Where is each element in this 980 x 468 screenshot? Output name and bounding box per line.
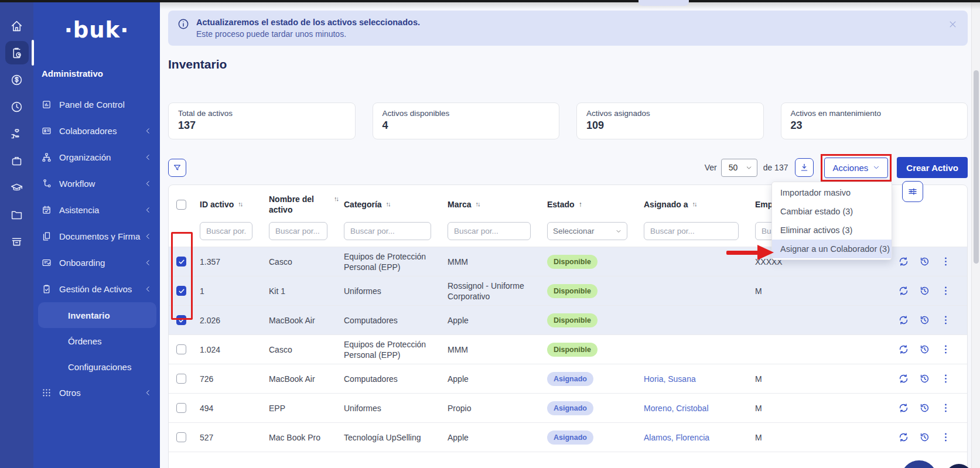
kebab-icon[interactable] xyxy=(940,402,951,414)
rail-item-folder[interactable] xyxy=(5,203,29,226)
assigned-person-link[interactable]: Alamos, Florencia xyxy=(644,433,709,442)
sort-icon[interactable]: ↑↓ xyxy=(475,200,479,209)
acciones-button[interactable]: Acciones xyxy=(824,158,888,178)
assigned-person-link[interactable]: Moreno, Cristobal xyxy=(644,404,709,413)
sort-icon[interactable]: ↑↓ xyxy=(692,200,696,209)
cell-company: M xyxy=(755,286,831,296)
crear-activo-button[interactable]: Crear Activo xyxy=(897,157,968,178)
history-icon[interactable] xyxy=(919,256,930,267)
filter-input-id-activo[interactable] xyxy=(200,222,252,240)
column-header-estado[interactable]: Estado ↑ xyxy=(547,200,644,210)
download-button[interactable] xyxy=(795,158,814,177)
page-size-value: 50 xyxy=(729,163,738,172)
sort-icon[interactable]: ↑↓ xyxy=(238,200,242,209)
sidebar-item-colaboradores[interactable]: Colaboradores xyxy=(33,118,160,144)
column-header-nombre-del-activo[interactable]: Nombre del activo ↑↓ xyxy=(269,194,344,215)
row-actions xyxy=(831,285,967,296)
sync-icon[interactable] xyxy=(898,432,909,443)
cell-name: MacBook Air xyxy=(269,315,344,326)
column-settings-button[interactable] xyxy=(902,181,923,202)
row-checkbox[interactable] xyxy=(176,432,186,442)
sort-icon[interactable]: ↑ xyxy=(579,200,582,209)
sidebar-subitem-configuraciones[interactable]: Configuraciones xyxy=(38,354,156,380)
rail-item-home[interactable] xyxy=(5,14,29,37)
sync-icon[interactable] xyxy=(898,315,909,326)
menu-item-0[interactable]: Importador masivo xyxy=(772,183,892,202)
sync-icon[interactable] xyxy=(898,402,909,414)
kebab-icon[interactable] xyxy=(940,373,951,384)
rail-item-clock[interactable] xyxy=(5,95,29,118)
sidebar-subitem--rdenes[interactable]: Órdenes xyxy=(38,328,156,354)
column-header-categor-a[interactable]: Categoría ↑↓ xyxy=(344,200,448,210)
history-icon[interactable] xyxy=(919,432,930,443)
row-checkbox[interactable] xyxy=(176,286,186,296)
sort-icon[interactable]: ↑↓ xyxy=(334,194,338,203)
kebab-icon[interactable] xyxy=(940,344,951,355)
column-header-id-activo[interactable]: ID activo ↑↓ xyxy=(200,200,269,210)
history-icon[interactable] xyxy=(919,373,930,384)
kebab-icon[interactable] xyxy=(940,315,951,326)
cell-category: Equipos de Protección Personal (EPP) xyxy=(344,251,448,272)
header-checkbox-cell xyxy=(176,200,200,210)
rail-item-dollar-circle[interactable] xyxy=(5,68,29,91)
sync-icon[interactable] xyxy=(898,373,909,384)
estado-filter-select[interactable]: Seleccionar xyxy=(547,222,627,240)
banner-title: Actualizaremos el estado de los activos … xyxy=(196,17,420,29)
sidebar-item-panel-de-control[interactable]: Panel de Control xyxy=(33,91,160,118)
stat-label: Activos disponibles xyxy=(383,109,550,118)
row-checkbox[interactable] xyxy=(176,374,186,384)
row-checkbox[interactable] xyxy=(176,315,186,325)
filter-button[interactable] xyxy=(168,159,186,177)
select-all-checkbox[interactable] xyxy=(176,200,186,210)
assigned-person-link[interactable]: Horia, Susana xyxy=(644,374,696,384)
filter-cell-3 xyxy=(448,222,547,240)
kebab-icon[interactable] xyxy=(940,432,951,443)
sidebar-item-asistencia[interactable]: Asistencia xyxy=(33,197,160,223)
row-checkbox[interactable] xyxy=(176,344,186,354)
sync-icon[interactable] xyxy=(898,344,909,355)
sidebar-item-workflow[interactable]: Workflow xyxy=(33,170,160,197)
stat-value: 23 xyxy=(791,119,958,132)
sidebar-subitem-inventario[interactable]: Inventario xyxy=(38,302,156,328)
sort-icon[interactable]: ↑↓ xyxy=(386,200,390,209)
menu-item-2[interactable]: Eliminar activos (3) xyxy=(772,221,892,240)
cell-status: Asignado xyxy=(547,401,644,415)
hand-heart-icon xyxy=(11,128,23,140)
acciones-dropdown-menu: Importador masivoCambiar estado (3)Elimi… xyxy=(771,182,892,260)
row-checkbox[interactable] xyxy=(176,403,186,413)
rail-item-archive[interactable] xyxy=(5,230,29,253)
folder-icon xyxy=(11,209,23,221)
history-icon[interactable] xyxy=(919,285,930,296)
menu-item-3[interactable]: Asignar a un Colaborador (3) xyxy=(772,240,892,258)
sync-icon[interactable] xyxy=(898,256,909,267)
history-icon[interactable] xyxy=(919,315,930,326)
row-checkbox[interactable] xyxy=(176,257,186,267)
rail-item-hand-heart[interactable] xyxy=(5,122,29,145)
rail-item-clipboard-clock[interactable] xyxy=(5,41,29,64)
filter-input-asignado-a[interactable] xyxy=(644,222,739,240)
sidebar-item-organizaci-n[interactable]: Organización xyxy=(33,144,160,170)
filter-input-marca[interactable] xyxy=(448,222,531,240)
sidebar-item-documentos-y-firma[interactable]: Documentos y Firma xyxy=(33,223,160,250)
history-icon[interactable] xyxy=(919,402,930,414)
history-icon[interactable] xyxy=(919,344,930,355)
filter-input-categor-a[interactable] xyxy=(344,222,431,240)
sync-icon[interactable] xyxy=(898,285,909,296)
rail-item-graduation-cap[interactable] xyxy=(5,176,29,199)
sidebar-item-gesti-n-de-activos[interactable]: Gestión de Activos xyxy=(33,276,160,302)
sidebar-item-onboarding[interactable]: Onboarding xyxy=(33,250,160,276)
kebab-icon[interactable] xyxy=(940,285,951,296)
cell-name: MacBook Air xyxy=(269,374,344,384)
scrollbar-thumb[interactable] xyxy=(974,70,979,264)
page-size-select[interactable]: 50 xyxy=(721,159,757,177)
cell-status: Disponible xyxy=(547,255,644,269)
kebab-icon[interactable] xyxy=(940,256,951,267)
sidebar-item-otros[interactable]: Otros xyxy=(33,380,160,406)
column-header-marca[interactable]: Marca ↑↓ xyxy=(448,200,547,210)
menu-item-1[interactable]: Cambiar estado (3) xyxy=(772,202,892,221)
close-icon[interactable] xyxy=(948,20,957,29)
stat-card-2: Activos asignados 109 xyxy=(576,103,764,139)
column-header-asignado-a[interactable]: Asignado a ↑↓ xyxy=(644,200,755,210)
rail-item-briefcase[interactable] xyxy=(5,149,29,172)
filter-input-nombre-del-activo[interactable] xyxy=(269,222,327,240)
